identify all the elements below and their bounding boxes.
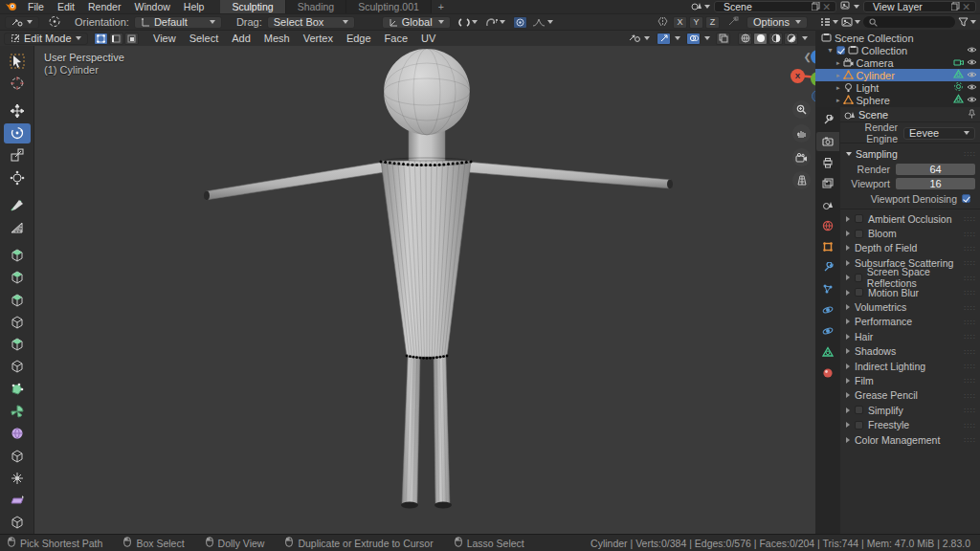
expand-arrow[interactable]: ▸ (836, 97, 840, 104)
object-tab[interactable] (816, 237, 839, 256)
panel-grip[interactable]: :::: (964, 406, 976, 414)
panel-grip[interactable]: :::: (964, 258, 976, 267)
workspace-tab-sculpting[interactable]: Sculpting (220, 0, 285, 13)
section-ambient-occlusion[interactable]: Ambient Occlusion:::: (840, 211, 980, 226)
section-hair[interactable]: Hair:::: (840, 329, 980, 343)
main-menu-window[interactable]: Window (127, 1, 176, 12)
panel-grip[interactable]: :::: (964, 303, 976, 312)
blender-logo-icon[interactable] (6, 1, 17, 13)
view-layer-field[interactable]: View Layer ✕ (863, 1, 976, 12)
render-tab[interactable] (816, 132, 839, 151)
sampling-render-field[interactable]: 64 (896, 164, 975, 175)
drag-dropdown[interactable]: Select Box (267, 16, 355, 29)
panel-grip[interactable]: :::: (964, 244, 976, 253)
filter-button[interactable] (958, 17, 976, 27)
section-shadows[interactable]: Shadows:::: (840, 344, 980, 359)
sampling-viewport-field[interactable]: 16 (896, 178, 975, 189)
copy-scene-icon[interactable] (812, 1, 820, 12)
face-select-mode-button[interactable] (124, 33, 139, 45)
display-mode-button[interactable] (841, 17, 860, 27)
panel-grip[interactable]: :::: (964, 214, 976, 223)
panel-grip[interactable]: :::: (964, 347, 976, 356)
tool-bevel[interactable] (4, 312, 31, 332)
main-menu-help[interactable]: Help (177, 1, 212, 12)
tool-spin[interactable] (4, 401, 31, 421)
expand-arrow[interactable]: ▸ (836, 59, 840, 67)
panel-grip[interactable]: :::: (964, 288, 976, 297)
viewport-menu-edge[interactable]: Edge (340, 33, 378, 44)
tool-measure[interactable] (4, 217, 31, 237)
collection-checkbox[interactable] (836, 46, 845, 55)
snap-settings-icon[interactable] (485, 17, 505, 28)
viewport-menu-mesh[interactable]: Mesh (257, 33, 297, 44)
section-checkbox[interactable] (855, 288, 863, 297)
remove-view-layer-icon[interactable]: ✕ (960, 1, 972, 12)
section-checkbox[interactable] (855, 274, 862, 282)
tool-loop-cut[interactable] (4, 335, 31, 355)
section-film[interactable]: Film:::: (840, 373, 980, 387)
tool-shear[interactable] (4, 490, 31, 510)
section-grease-pencil[interactable]: Grease Pencil:::: (840, 388, 980, 403)
edge-select-mode-button[interactable] (109, 33, 123, 45)
gizmo-x-axis[interactable]: X (791, 69, 805, 83)
section-checkbox[interactable] (855, 421, 863, 430)
show-gizmo-toggle[interactable] (657, 33, 671, 45)
vertex-select-mode-button[interactable] (94, 33, 108, 45)
tool-move[interactable] (4, 100, 31, 121)
particles-tab[interactable] (816, 279, 839, 298)
viewport-menu-vertex[interactable]: Vertex (297, 33, 340, 44)
visibility-eye-icon[interactable] (967, 70, 977, 81)
show-overlays-toggle[interactable] (686, 33, 701, 45)
corrective-smooth-icon[interactable] (727, 16, 739, 29)
tool-select-box[interactable] (4, 51, 31, 71)
transform-orientation-dropdown[interactable]: Global (382, 16, 451, 29)
outliner-item-light[interactable]: ▸Light (815, 81, 980, 94)
tool-cursor[interactable] (4, 73, 31, 93)
options-dropdown[interactable]: Options (746, 16, 808, 29)
visibility-eye-icon[interactable] (967, 82, 977, 94)
main-menu-file[interactable]: File (21, 1, 51, 12)
visibility-eye-icon[interactable] (967, 57, 977, 69)
render-engine-dropdown[interactable]: Eevee (903, 127, 975, 140)
gizmo-dropdown-chevron[interactable] (675, 36, 680, 40)
mirror-y-toggle[interactable]: Y (689, 16, 703, 29)
xray-toggle[interactable] (716, 33, 730, 45)
expand-arrow[interactable]: ▸ (836, 72, 840, 79)
tool-scale[interactable] (4, 145, 31, 165)
object-type-visibility-icon[interactable] (629, 33, 653, 43)
panel-grip[interactable]: :::: (964, 376, 976, 385)
section-screen-space-reflections[interactable]: Screen Space Reflections:::: (840, 271, 980, 285)
section-volumetrics[interactable]: Volumetrics:::: (840, 299, 980, 314)
editor-type-button[interactable] (819, 17, 838, 28)
section-performance[interactable]: Performance:::: (840, 315, 980, 329)
section-color-management[interactable]: Color Management:::: (840, 432, 980, 447)
panel-grip[interactable]: :::: (964, 391, 976, 400)
viewport-3d[interactable]: User Perspective (1) Cylinder (34, 46, 815, 534)
shading-dropdown-chevron[interactable] (802, 36, 808, 40)
proportional-editing-icon[interactable] (513, 16, 527, 29)
outliner-search-input[interactable] (863, 16, 955, 28)
section-bloom[interactable]: Bloom:::: (840, 226, 980, 240)
tool-shrink-fatten[interactable] (4, 468, 31, 488)
viewport-menu-select[interactable]: Select (183, 33, 226, 44)
panel-grip[interactable]: :::: (964, 149, 976, 158)
visibility-eye-icon[interactable] (967, 45, 977, 56)
visibility-eye-icon[interactable] (967, 95, 977, 106)
section-depth-of-field[interactable]: Depth of Field:::: (840, 241, 980, 255)
solid-shading-button[interactable] (753, 33, 768, 45)
viewport-menu-view[interactable]: View (146, 33, 183, 44)
snap-magnet-icon[interactable] (458, 17, 478, 28)
viewport-menu-face[interactable]: Face (378, 33, 414, 44)
tool-annotate[interactable] (4, 195, 31, 215)
mode-dropdown[interactable]: Edit Mode (4, 33, 88, 45)
add-workspace-button[interactable]: + (432, 0, 451, 13)
scene-datablock-icon[interactable] (691, 1, 702, 12)
wireframe-shading-button[interactable] (738, 33, 752, 45)
world-tab[interactable] (816, 216, 839, 235)
rendered-shading-button[interactable] (784, 33, 798, 45)
overlays-dropdown-chevron[interactable] (704, 36, 710, 40)
panel-grip[interactable]: :::: (964, 230, 976, 238)
mirror-z-toggle[interactable]: Z (705, 16, 720, 29)
material-tab[interactable] (816, 364, 839, 383)
expand-arrow[interactable]: ▼ (827, 47, 834, 54)
